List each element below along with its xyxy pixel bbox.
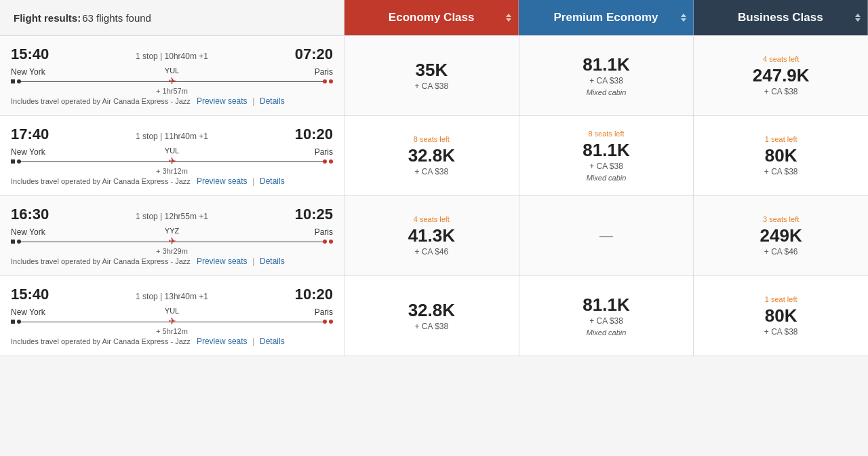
business-tax: + CA $46 (764, 247, 798, 256)
arrival-time: 10:25 (295, 206, 333, 223)
premium-sort-icon[interactable] (681, 14, 686, 22)
operated-row: Includes travel operated by Air Canada E… (11, 336, 333, 346)
business-fare-cell[interactable]: 3 seats left 249K+ CA $46 (694, 196, 868, 276)
flights-container: 15:40 1 stop | 10hr40m +1 07:20 New York… (0, 36, 868, 356)
economy-fare-cell[interactable]: 8 seats left 32.8K+ CA $38 (344, 116, 519, 195)
business-fare-cell[interactable]: 4 seats left 247.9K+ CA $38 (694, 36, 868, 115)
route-line-bar: ✈ YYZ (19, 242, 325, 242)
route-line: ✈ YUL + 5hr12m (11, 320, 333, 324)
premium-fare-cell[interactable]: 8 seats left 81.1K+ CA $38 Mixed cabin (519, 116, 694, 195)
flight-row: 17:40 1 stop | 11hr40m +1 10:20 New York… (0, 116, 868, 196)
business-fare-cell[interactable]: 1 seat left 80K+ CA $38 (694, 276, 868, 356)
sort-up-icon (681, 14, 686, 17)
business-price: 80K (765, 146, 797, 166)
preview-seats-link[interactable]: Preview seats (197, 176, 248, 186)
business-price: 80K (765, 306, 797, 326)
details-link[interactable]: Details (260, 176, 285, 186)
seats-left-economy: 8 seats left (414, 135, 450, 143)
departure-time: 15:40 (11, 45, 49, 63)
sort-down-icon (855, 18, 861, 22)
details-link[interactable]: Details (260, 337, 285, 346)
flight-times: 16:30 1 stop | 12hr55m +1 10:25 (11, 206, 333, 223)
city-to: Paris (315, 307, 333, 317)
sort-down-icon (681, 18, 686, 22)
line-container: ✈ YUL + 3hr12m (15, 162, 329, 162)
seats-left-business: 1 seat left (765, 135, 797, 143)
route-line: ✈ YUL + 3hr12m (11, 159, 333, 164)
city-to: Paris (315, 67, 333, 77)
premium-price: 81.1K (583, 140, 629, 160)
details-link[interactable]: Details (260, 256, 285, 266)
business-sort-icon[interactable] (855, 14, 861, 22)
economy-fare-cell[interactable]: 4 seats left 41.3K+ CA $46 (344, 196, 519, 276)
economy-fare-cell[interactable]: 32.8K+ CA $38 (344, 276, 519, 356)
stopover-code: YYZ (165, 227, 179, 235)
dot-end (329, 320, 333, 324)
seats-left-economy: 4 seats left (414, 215, 450, 223)
economy-price: 32.8K (408, 301, 455, 320)
dot-end (329, 159, 333, 164)
maple-leaf-icon: ✈ (168, 75, 176, 86)
mixed-cabin: Mixed cabin (587, 88, 627, 96)
stops-duration: 1 stop | 12hr55m +1 (136, 212, 208, 221)
business-class-header[interactable]: Business Class (694, 0, 868, 35)
economy-fare-cell[interactable]: 35K+ CA $38 (344, 36, 519, 115)
mixed-cabin: Mixed cabin (587, 174, 627, 182)
premium-price: 81.1K (583, 295, 629, 315)
business-fare-cell[interactable]: 1 seat left 80K+ CA $38 (694, 116, 868, 195)
economy-sort-icon[interactable] (506, 14, 511, 22)
sort-up-icon (506, 14, 511, 17)
separator: | (252, 337, 254, 346)
city-from: New York (11, 227, 45, 237)
premium-fare-cell[interactable]: — (519, 196, 694, 276)
line-dot-end (323, 320, 327, 324)
premium-fare-cell[interactable]: 81.1K+ CA $38 Mixed cabin (519, 276, 694, 356)
dot-end (329, 240, 333, 244)
premium-economy-header[interactable]: Premium Economy (519, 0, 693, 35)
route-line: ✈ YYZ + 3hr29m (11, 240, 333, 244)
economy-price: 35K (415, 60, 448, 80)
operated-by: Includes travel operated by Air Canada E… (11, 337, 197, 345)
economy-tax: + CA $38 (414, 167, 448, 176)
flight-results-count: 63 flights found (82, 12, 151, 24)
flight-row: 16:30 1 stop | 12hr55m +1 10:25 New York… (0, 196, 868, 276)
arrival-time: 10:20 (295, 286, 333, 303)
city-from: New York (11, 307, 45, 317)
city-from: New York (11, 67, 45, 77)
preview-seats-link[interactable]: Preview seats (197, 96, 248, 106)
separator: | (252, 96, 254, 106)
line-dot-end (323, 159, 327, 164)
preview-seats-link[interactable]: Preview seats (197, 256, 248, 266)
premium-tax: + CA $38 (589, 76, 623, 86)
flight-info: 15:40 1 stop | 13hr40m +1 10:20 New York… (0, 276, 344, 356)
arrival-time: 10:20 (295, 126, 333, 143)
stops-duration: 1 stop | 13hr40m +1 (136, 292, 208, 301)
flight-row: 15:40 1 stop | 13hr40m +1 10:20 New York… (0, 276, 868, 356)
operated-row: Includes travel operated by Air Canada E… (11, 256, 333, 266)
maple-leaf-icon: ✈ (168, 316, 176, 326)
operated-by: Includes travel operated by Air Canada E… (11, 97, 197, 105)
city-to: Paris (315, 227, 333, 237)
details-link[interactable]: Details (260, 96, 285, 106)
seats-left-business: 4 seats left (763, 55, 799, 63)
layover-time: + 3hr12m (156, 167, 188, 175)
economy-class-header[interactable]: Economy Class (344, 0, 519, 35)
city-from: New York (11, 147, 45, 157)
route-line-bar: ✈ YUL (19, 322, 325, 322)
line-container: ✈ YUL + 5hr12m (15, 322, 329, 322)
operated-by: Includes travel operated by Air Canada E… (11, 177, 197, 185)
operated-row: Includes travel operated by Air Canada E… (11, 176, 333, 186)
premium-tax: + CA $38 (589, 162, 623, 171)
line-container: ✈ YYZ + 3hr29m (15, 242, 329, 242)
route-line: ✈ YUL + 1hr57m (11, 79, 333, 83)
preview-seats-link[interactable]: Preview seats (197, 337, 248, 346)
flight-times: 17:40 1 stop | 11hr40m +1 10:20 (11, 126, 333, 143)
stopover-code: YUL (165, 66, 179, 75)
flight-info: 16:30 1 stop | 12hr55m +1 10:25 New York… (0, 196, 344, 276)
mixed-cabin: Mixed cabin (587, 328, 627, 337)
arrival-time: 07:20 (295, 45, 333, 63)
line-dot-start (17, 240, 21, 244)
stops-duration: 1 stop | 11hr40m +1 (136, 132, 208, 141)
departure-time: 17:40 (11, 126, 49, 143)
premium-fare-cell[interactable]: 81.1K+ CA $38 Mixed cabin (519, 36, 694, 115)
